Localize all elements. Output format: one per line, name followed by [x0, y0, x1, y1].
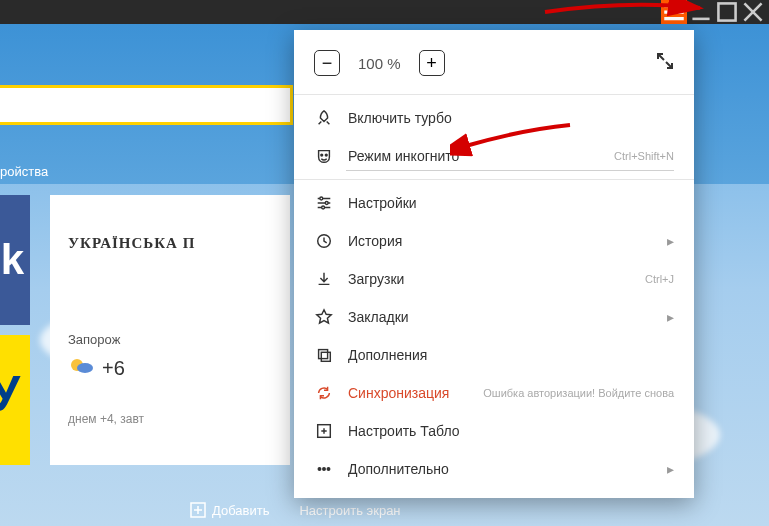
- chevron-right-icon: ▸: [667, 233, 674, 249]
- menu-label: Дополнения: [348, 347, 674, 363]
- mask-icon: [314, 146, 334, 166]
- tile-news[interactable]: УКРАЇНСЬКА П Запорож +6 днем +4, завт: [50, 195, 290, 465]
- svg-rect-11: [321, 352, 330, 361]
- tile-social-label: ok: [0, 236, 24, 284]
- menu-item-more[interactable]: Дополнительно ▸: [294, 450, 694, 488]
- menu-separator: [294, 94, 694, 95]
- svg-point-8: [322, 206, 325, 209]
- sync-icon: [314, 383, 334, 403]
- configure-label: Настроить экран: [299, 503, 400, 518]
- svg-point-15: [327, 468, 330, 471]
- maximize-button[interactable]: [715, 2, 739, 22]
- menu-label: История: [348, 233, 653, 249]
- configure-screen-button[interactable]: Настроить экран: [299, 502, 400, 518]
- minimize-button[interactable]: [689, 2, 713, 22]
- bottom-bar: Добавить Настроить экран: [190, 502, 401, 518]
- weather-icon: [68, 355, 96, 382]
- add-label: Добавить: [212, 503, 269, 518]
- zoom-row: − 100 % +: [294, 44, 694, 90]
- menu-item-incognito[interactable]: Режим инкогнито Ctrl+Shift+N: [294, 137, 694, 175]
- menu-item-turbo[interactable]: Включить турбо: [294, 99, 694, 137]
- weather-city: Запорож: [68, 332, 272, 347]
- weather-now: +6: [68, 355, 272, 382]
- menu-label: Синхронизация: [348, 385, 469, 401]
- menu-shortcut: Ctrl+Shift+N: [614, 150, 674, 162]
- menu-label: Закладки: [348, 309, 653, 325]
- tile-ukraine-label: У: [0, 365, 20, 423]
- page-text-fragment: ройства: [0, 164, 48, 179]
- menu-label: Настройки: [348, 195, 674, 211]
- svg-point-4: [321, 154, 323, 156]
- zoom-out-button[interactable]: −: [314, 50, 340, 76]
- clock-icon: [314, 231, 334, 251]
- news-title: УКРАЇНСЬКА П: [68, 235, 272, 252]
- menu-item-addons[interactable]: Дополнения: [294, 336, 694, 374]
- close-button[interactable]: [741, 2, 765, 22]
- svg-point-13: [318, 468, 321, 471]
- add-tile-button[interactable]: Добавить: [190, 502, 269, 518]
- svg-point-6: [320, 197, 323, 200]
- menu-item-sync[interactable]: Синхронизация Ошибка авторизации! Войдит…: [294, 374, 694, 412]
- chevron-right-icon: ▸: [667, 309, 674, 325]
- add-tile-icon: [314, 421, 334, 441]
- svg-rect-0: [718, 3, 735, 20]
- chevron-right-icon: ▸: [667, 461, 674, 477]
- menu-item-configure-tableau[interactable]: Настроить Табло: [294, 412, 694, 450]
- menu-underline: [346, 170, 674, 171]
- stack-icon: [314, 345, 334, 365]
- menu-label: Дополнительно: [348, 461, 653, 477]
- menu-label: Настроить Табло: [348, 423, 674, 439]
- menu-item-settings[interactable]: Настройки: [294, 184, 694, 222]
- ellipsis-icon: [314, 459, 334, 479]
- menu-label: Загрузки: [348, 271, 631, 287]
- zoom-value: 100 %: [358, 55, 401, 72]
- menu-label: Включить турбо: [348, 110, 674, 126]
- svg-point-5: [325, 154, 327, 156]
- svg-point-7: [325, 202, 328, 205]
- menu-separator: [294, 179, 694, 180]
- svg-point-14: [323, 468, 326, 471]
- svg-point-2: [77, 363, 93, 373]
- sliders-icon: [314, 193, 334, 213]
- menu-item-history[interactable]: История ▸: [294, 222, 694, 260]
- menu-item-downloads[interactable]: Загрузки Ctrl+J: [294, 260, 694, 298]
- window-titlebar: [0, 0, 769, 24]
- menu-item-bookmarks[interactable]: Закладки ▸: [294, 298, 694, 336]
- search-bar[interactable]: [0, 88, 290, 122]
- fullscreen-button[interactable]: [656, 52, 674, 74]
- weather-forecast: днем +4, завт: [68, 412, 272, 426]
- sync-error-text: Ошибка авторизации! Войдите снова: [483, 387, 674, 399]
- main-menu-dropdown: − 100 % + Включить турбо Режим инкогнито…: [294, 30, 694, 498]
- zoom-in-button[interactable]: +: [419, 50, 445, 76]
- rocket-icon: [314, 108, 334, 128]
- menu-label: Режим инкогнито: [348, 148, 600, 164]
- star-icon: [314, 307, 334, 327]
- svg-rect-10: [319, 350, 328, 359]
- hamburger-menu-button[interactable]: [661, 0, 687, 24]
- menu-shortcut: Ctrl+J: [645, 273, 674, 285]
- download-icon: [314, 269, 334, 289]
- weather-temp: +6: [102, 357, 125, 380]
- tile-social[interactable]: ok: [0, 195, 30, 325]
- tile-ukraine[interactable]: У: [0, 335, 30, 465]
